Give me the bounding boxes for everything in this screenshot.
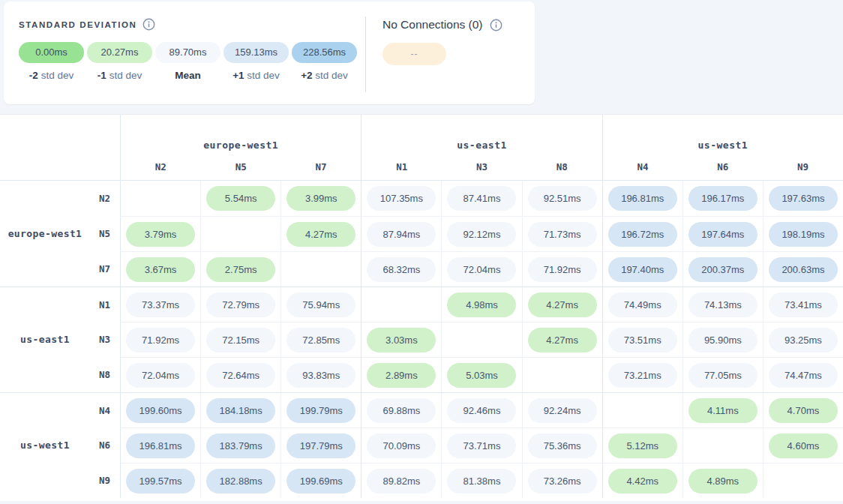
latency-pill[interactable]: 72.04ms [447,257,516,282]
latency-pill[interactable]: 89.82ms [367,469,436,494]
latency-pill[interactable]: 199.60ms [126,398,195,423]
latency-cell: 75.94ms [280,287,361,322]
latency-cell: 73.71ms [441,428,521,463]
latency-pill[interactable]: 73.41ms [769,292,838,317]
latency-pill[interactable]: 5.03ms [447,363,516,388]
latency-pill[interactable]: 71.73ms [528,222,597,247]
latency-pill[interactable]: 92.46ms [447,398,516,423]
row-node-label: N9 [90,475,120,486]
latency-pill[interactable]: 71.92ms [528,257,597,282]
latency-pill[interactable]: 73.37ms [126,292,195,317]
latency-pill[interactable]: 107.35ms [367,186,436,211]
matrix-header: europe-west1N2N5N7us-east1N1N3N8us-west1… [0,115,843,181]
latency-pill[interactable]: 74.47ms [769,363,838,388]
latency-pill[interactable]: 199.79ms [286,398,356,423]
latency-pill[interactable]: 196.72ms [608,222,677,247]
latency-pill[interactable]: 93.83ms [286,363,356,388]
legend-pill-plus1: 159.13ms [224,42,289,63]
latency-cell: 199.57ms [120,463,200,498]
latency-pill[interactable]: 73.71ms [447,434,516,458]
latency-pill[interactable]: 72.79ms [206,292,275,317]
latency-pill[interactable]: 197.79ms [286,434,356,458]
latency-pill[interactable]: 75.94ms [286,292,356,317]
empty-cell [682,428,763,463]
latency-pill[interactable]: 199.57ms [126,469,195,494]
latency-pill[interactable]: 73.26ms [528,469,597,494]
latency-cell: 196.72ms [602,216,682,251]
latency-pill[interactable]: 197.40ms [608,257,677,282]
row-region-label: us-east1 [0,334,90,345]
latency-pill[interactable]: 87.94ms [367,222,436,247]
latency-pill[interactable]: 95.90ms [688,328,758,352]
latency-cell: 72.79ms [200,287,280,322]
legend-label-minus1: -1 std dev [87,70,152,81]
latency-pill[interactable]: 200.37ms [688,257,758,282]
latency-pill[interactable]: 4.27ms [528,292,597,317]
latency-pill[interactable]: 3.67ms [126,257,195,282]
latency-pill[interactable]: 72.64ms [206,363,275,388]
latency-pill[interactable]: 5.54ms [206,186,275,211]
latency-pill[interactable]: 184.18ms [206,398,275,423]
latency-pill[interactable]: 4.27ms [286,222,356,247]
latency-pill[interactable]: 68.32ms [367,257,436,282]
latency-pill[interactable]: 74.49ms [608,292,677,317]
latency-cell: 73.51ms [602,322,682,357]
latency-pill[interactable]: 73.21ms [608,363,677,388]
latency-pill[interactable]: 4.27ms [528,328,597,352]
latency-pill[interactable]: 199.69ms [286,469,356,494]
info-icon[interactable] [490,19,502,32]
latency-pill[interactable]: 93.25ms [769,328,838,352]
row-header-cell: europe-west1N5 [0,216,120,251]
latency-cell: 199.60ms [120,393,200,428]
node-column-header: N9 [763,161,843,172]
latency-pill[interactable]: 3.79ms [126,222,195,247]
table-row: N173.37ms72.79ms75.94ms4.98ms4.27ms74.49… [0,286,843,322]
latency-pill[interactable]: 5.12ms [608,434,677,458]
latency-cell: 184.18ms [200,393,280,428]
latency-pill[interactable]: 92.12ms [447,222,516,247]
latency-pill[interactable]: 2.75ms [206,257,275,282]
latency-pill[interactable]: 75.36ms [528,434,597,458]
latency-pill[interactable]: 74.13ms [688,292,758,317]
latency-pill[interactable]: 196.81ms [608,186,677,211]
latency-pill[interactable]: 77.05ms [688,363,758,388]
table-row: N25.54ms3.99ms107.35ms87.41ms92.51ms196.… [0,181,843,216]
empty-cell [120,181,200,216]
latency-pill[interactable]: 182.88ms [206,469,275,494]
latency-pill[interactable]: 4.70ms [769,398,838,423]
latency-pill[interactable]: 196.81ms [126,434,195,458]
latency-pill[interactable]: 71.92ms [126,328,195,352]
latency-pill[interactable]: 197.63ms [769,186,838,211]
latency-pill[interactable]: 72.04ms [126,363,195,388]
info-icon[interactable] [142,18,155,31]
latency-pill[interactable]: 70.09ms [367,434,436,458]
latency-pill[interactable]: 4.89ms [688,469,758,494]
latency-pill[interactable]: 92.51ms [528,186,597,211]
latency-pill[interactable]: 73.51ms [608,328,677,352]
latency-pill[interactable]: 87.41ms [447,186,516,211]
table-row: europe-west1N53.79ms4.27ms87.94ms92.12ms… [0,216,843,251]
latency-pill[interactable]: 3.03ms [367,328,436,352]
latency-pill[interactable]: 92.24ms [528,398,597,423]
latency-pill[interactable]: 4.42ms [608,469,677,494]
latency-cell: 74.13ms [682,287,763,322]
latency-cell: 183.79ms [200,428,280,463]
latency-pill[interactable]: 4.98ms [447,292,516,317]
latency-pill[interactable]: 4.60ms [769,434,838,458]
latency-pill[interactable]: 4.11ms [688,398,758,423]
latency-pill[interactable]: 197.64ms [688,222,758,247]
column-group-header: us-west1N4N6N9 [602,115,843,180]
latency-pill[interactable]: 2.89ms [367,363,436,388]
latency-pill[interactable]: 72.85ms [286,328,356,352]
latency-pill[interactable]: 69.88ms [367,398,436,423]
latency-pill[interactable]: 3.99ms [286,186,356,211]
latency-cell: 93.83ms [280,357,361,392]
latency-pill[interactable]: 196.17ms [688,186,758,211]
latency-pill[interactable]: 200.63ms [769,257,838,282]
latency-pill[interactable]: 81.38ms [447,469,516,494]
latency-pill[interactable]: 183.79ms [206,434,275,458]
latency-pill[interactable]: 72.15ms [206,328,275,352]
latency-cell: 197.79ms [280,428,361,463]
column-node-row: N2N5N7 [121,161,361,172]
latency-pill[interactable]: 198.19ms [769,222,838,247]
